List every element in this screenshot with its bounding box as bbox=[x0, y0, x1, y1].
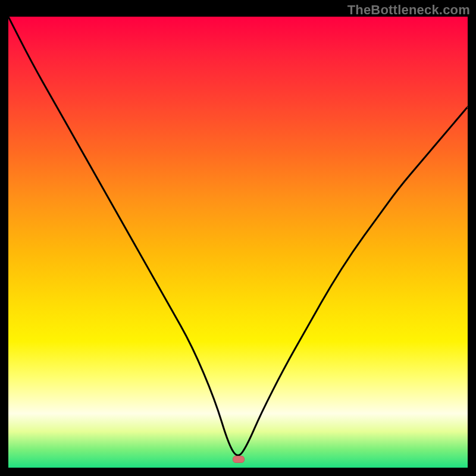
trough-marker bbox=[233, 456, 245, 463]
watermark-label: TheBottleneck.com bbox=[347, 2, 470, 18]
chart-frame: TheBottleneck.com bbox=[0, 0, 476, 476]
bottleneck-curve bbox=[8, 17, 468, 468]
curve-path bbox=[8, 17, 468, 455]
plot-area bbox=[8, 17, 468, 468]
